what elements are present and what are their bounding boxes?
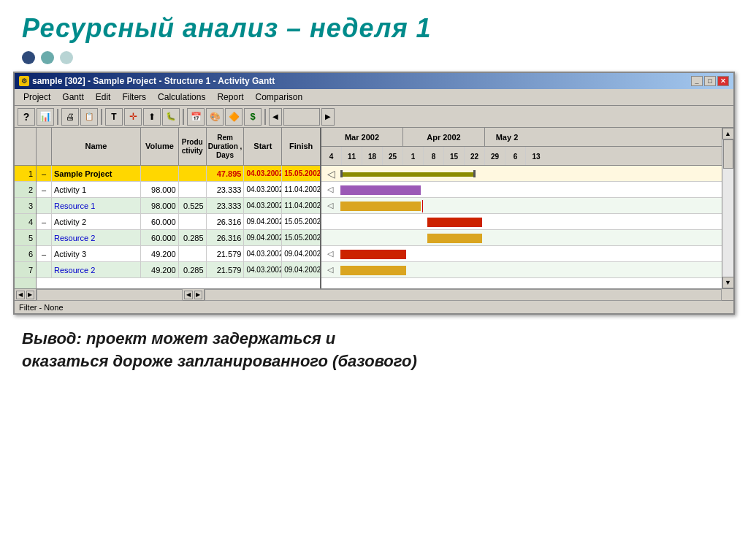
- nav-right-button[interactable]: ▶: [321, 108, 335, 126]
- col-name-header: Name: [52, 128, 141, 165]
- print2-button[interactable]: 📋: [80, 108, 98, 126]
- bug-button[interactable]: 🐛: [162, 108, 180, 126]
- close-button[interactable]: ✕: [717, 76, 729, 86]
- app-window: ⚙ sample [302] - Sample Project - Struct…: [13, 72, 735, 315]
- cell-start-3: 04.03.2002: [244, 198, 282, 213]
- scroll-corner: [722, 289, 733, 300]
- table-row[interactable]: – Sample Project 47.895 04.03.2002 15.05…: [37, 166, 320, 182]
- row-num-7: 7: [15, 262, 36, 278]
- cell-finish-2: 11.04.2002: [282, 182, 320, 197]
- palette-button[interactable]: 🎨: [206, 108, 224, 126]
- vertical-scrollbar[interactable]: ▲ ▼: [722, 128, 733, 288]
- col-productivity-header: Produ ctivity: [179, 128, 207, 165]
- gantt-row-7: ◁: [321, 262, 722, 278]
- cell-start-5: 09.04.2002: [244, 230, 282, 245]
- flag-button[interactable]: 🔶: [225, 108, 243, 126]
- text-button[interactable]: T: [105, 108, 123, 126]
- cell-start-6: 04.03.2002: [244, 246, 282, 261]
- gantt-bar-activity2: [427, 218, 482, 227]
- bottom-text-line2: оказаться дороже запланированного (базов…: [22, 350, 726, 373]
- toolbar-separator-1: [57, 109, 58, 125]
- content-area: 1 2 3 4 5 6 7 Name Volume Produ ctivity …: [15, 128, 733, 288]
- cell-remduration-3: 23.333: [207, 198, 245, 213]
- row-num-5: 5: [15, 230, 36, 246]
- table-row[interactable]: – Activity 1 98.000 23.333 04.03.2002 11…: [37, 182, 320, 198]
- cell-name-1: Sample Project: [52, 166, 141, 181]
- cell-productivity-6: [179, 246, 207, 261]
- chart-button[interactable]: 📊: [37, 108, 54, 126]
- cell-dash-1: –: [37, 166, 52, 181]
- gantt-h-scrollbar[interactable]: [205, 289, 722, 301]
- cell-remduration-4: 26.316: [207, 214, 245, 229]
- title-bar-left: ⚙ sample [302] - Sample Project - Struct…: [19, 76, 275, 86]
- cell-remduration-5: 26.316: [207, 230, 245, 245]
- gantt-bar-resource3: [340, 266, 406, 275]
- scroll-track: [722, 139, 734, 277]
- gantt-week-29: 29: [485, 147, 505, 166]
- cell-volume-6: 49.200: [141, 246, 179, 261]
- row-num-header: [15, 128, 36, 166]
- gantt-bar-summary: [340, 172, 476, 177]
- table-h-scrollbar[interactable]: [37, 289, 183, 301]
- scroll-left-2[interactable]: ◀: [184, 291, 193, 299]
- table-row[interactable]: – Activity 2 60.000 26.316 09.04.2002 15…: [37, 214, 320, 230]
- gantt-row-2: ◁: [321, 182, 722, 198]
- gantt-dashed-line-1: [422, 200, 423, 212]
- cell-name-3: Resource 1: [52, 198, 141, 213]
- gantt-bar-marker-l: [340, 170, 343, 177]
- up-button[interactable]: ⬆: [143, 108, 161, 126]
- scroll-down-button[interactable]: ▼: [722, 277, 734, 288]
- cell-volume-3: 98.000: [141, 198, 179, 213]
- scroll-right-1[interactable]: ▶: [26, 291, 35, 299]
- print-button[interactable]: 🖨: [61, 108, 79, 126]
- gantt-week-13: 13: [526, 147, 546, 166]
- menu-calculations[interactable]: Calculations: [152, 91, 211, 104]
- scroll-thumb[interactable]: [723, 139, 733, 169]
- minimize-button[interactable]: _: [691, 76, 703, 86]
- cell-volume-4: 60.000: [141, 214, 179, 229]
- cell-productivity-1: [179, 166, 207, 181]
- calendar-button[interactable]: 📅: [187, 108, 205, 126]
- cell-start-2: 04.03.2002: [244, 182, 282, 197]
- table-row[interactable]: – Activity 3 49.200 21.579 04.03.2002 09…: [37, 246, 320, 262]
- toolbar: ? 📊 🖨 📋 T ✛ ⬆ 🐛 📅 🎨 🔶 $ ◀ ▶: [15, 106, 733, 128]
- cell-finish-1: 15.05.2002: [282, 166, 320, 181]
- cell-volume-5: 60.000: [141, 230, 179, 245]
- menu-gantt[interactable]: Gantt: [56, 91, 89, 104]
- decorative-dots: [0, 51, 748, 72]
- maximize-button[interactable]: □: [704, 76, 716, 86]
- gantt-week-15: 15: [444, 147, 465, 166]
- menu-project[interactable]: Project: [18, 91, 56, 104]
- scroll-left-1[interactable]: ◀: [16, 291, 25, 299]
- menu-comparison[interactable]: Comparison: [249, 91, 308, 104]
- menu-report[interactable]: Report: [211, 91, 249, 104]
- cell-start-7: 04.03.2002: [244, 262, 282, 277]
- cell-finish-5: 15.05.2002: [282, 230, 320, 245]
- gantt-arrow-2: ◁: [327, 182, 333, 197]
- gantt-rows: ◁ ◁ ◁: [321, 166, 722, 278]
- help-button[interactable]: ?: [18, 108, 35, 126]
- nav-left-button[interactable]: ◀: [269, 108, 282, 126]
- table-row[interactable]: Resource 1 98.000 0.525 23.333 04.03.200…: [37, 198, 320, 214]
- crosshair-button[interactable]: ✛: [124, 108, 142, 126]
- cell-finish-4: 15.05.2002: [282, 214, 320, 229]
- scroll-right-2[interactable]: ▶: [194, 291, 203, 299]
- menu-edit[interactable]: Edit: [90, 91, 117, 104]
- table-row[interactable]: Resource 2 49.200 0.285 21.579 04.03.200…: [37, 262, 320, 278]
- gantt-row-3: ◁: [321, 198, 722, 214]
- menu-filters[interactable]: Filters: [116, 91, 152, 104]
- col-finish-header: Finish: [282, 128, 320, 165]
- cell-productivity-3: 0.525: [179, 198, 207, 213]
- money-button[interactable]: $: [244, 108, 262, 126]
- cell-dash-5: [37, 230, 52, 245]
- gantt-row-4: [321, 214, 722, 230]
- gantt-week-4: 4: [321, 147, 342, 166]
- title-bar-buttons: _ □ ✕: [691, 76, 729, 86]
- mid-scroll-buttons: ◀ ▶: [183, 289, 205, 300]
- gantt-arrow-1: ◁: [327, 166, 335, 181]
- cell-name-7: Resource 2: [52, 262, 141, 277]
- table-row[interactable]: Resource 2 60.000 0.285 26.316 09.04.200…: [37, 230, 320, 246]
- scroll-up-button[interactable]: ▲: [722, 128, 734, 139]
- app-icon: ⚙: [19, 76, 29, 86]
- nav-range-button[interactable]: [283, 108, 320, 126]
